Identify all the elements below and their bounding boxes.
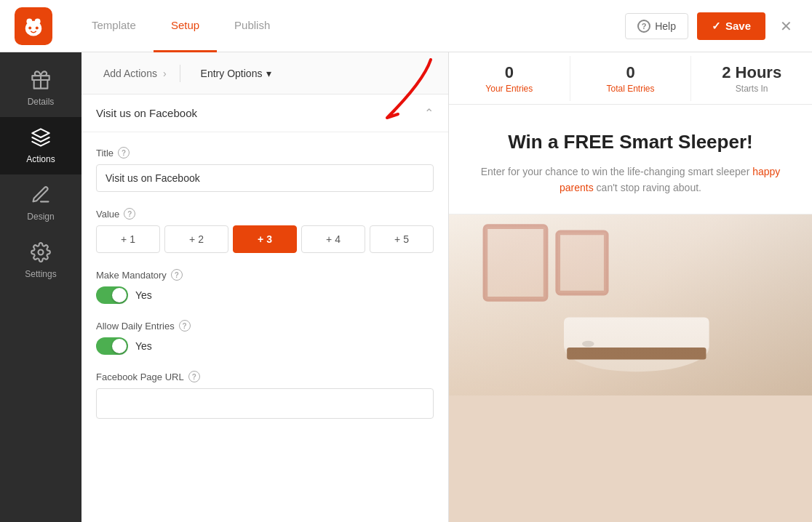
design-icon bbox=[31, 185, 51, 207]
facebook-action-item[interactable]: Visit us on Facebook ⌃ bbox=[81, 95, 448, 132]
sidebar-item-actions[interactable]: Actions bbox=[0, 117, 81, 174]
value-group: Value ? + 1 + 2 + 3 + 4 + 5 bbox=[96, 208, 434, 253]
sidebar-label-details: Details bbox=[28, 97, 55, 107]
sidebar-item-settings[interactable]: Settings bbox=[0, 232, 81, 289]
promo-subtitle: Enter for your chance to win the life-ch… bbox=[478, 164, 783, 196]
stats-bar: 0 Your Entries 0 Total Entries 2 Hours S… bbox=[449, 52, 812, 105]
action-section: Visit us on Facebook ⌃ Title ? Value ? bbox=[81, 95, 448, 449]
promo-subtitle-start: Enter for your chance to win the life-ch… bbox=[481, 166, 753, 177]
mandatory-help-icon[interactable]: ? bbox=[171, 269, 183, 281]
tab-template[interactable]: Template bbox=[74, 0, 154, 52]
entry-options-label: Entry Options bbox=[201, 68, 263, 79]
hours-count: 2 Hours bbox=[722, 63, 781, 82]
gift-icon bbox=[31, 70, 51, 92]
value-btn-4[interactable]: + 4 bbox=[301, 225, 365, 253]
promo-title: Win a FREE Smart Sleeper! bbox=[478, 131, 783, 153]
chevron-down-icon: ▾ bbox=[266, 68, 271, 79]
nav-tabs: Template Setup Publish bbox=[74, 0, 625, 52]
svg-point-1 bbox=[26, 18, 32, 24]
daily-toggle-label: Yes bbox=[135, 340, 152, 352]
content-panel: Add Actions › Entry Options ▾ Visit us o… bbox=[81, 52, 449, 522]
total-entries-count: 0 bbox=[626, 63, 634, 82]
daily-entries-label: Allow Daily Entries ? bbox=[96, 320, 434, 332]
mandatory-toggle-row: Yes bbox=[96, 286, 434, 304]
entry-options-button[interactable]: Entry Options ▾ bbox=[192, 63, 281, 84]
svg-point-4 bbox=[36, 26, 39, 29]
promo-subtitle-end: can't stop raving about. bbox=[594, 182, 701, 193]
value-btn-3[interactable]: + 3 bbox=[233, 225, 297, 253]
content-toolbar: Add Actions › Entry Options ▾ bbox=[81, 52, 448, 95]
header-actions: ? Help ✓ Save ✕ bbox=[625, 12, 797, 40]
help-button[interactable]: ? Help bbox=[625, 13, 688, 39]
daily-toggle-row: Yes bbox=[96, 337, 434, 355]
action-chevron-icon: ⌃ bbox=[424, 106, 434, 120]
header: Template Setup Publish ? Help ✓ Save ✕ bbox=[0, 0, 812, 52]
close-button[interactable]: ✕ bbox=[774, 15, 797, 38]
bedroom-preview bbox=[449, 214, 812, 396]
sidebar-item-details[interactable]: Details bbox=[0, 60, 81, 117]
mandatory-toggle[interactable] bbox=[96, 286, 128, 304]
promo-box: Win a FREE Smart Sleeper! Enter for your… bbox=[449, 105, 812, 214]
your-entries-count: 0 bbox=[505, 63, 514, 82]
facebook-url-help-icon[interactable]: ? bbox=[188, 371, 200, 382]
checkmark-icon: ✓ bbox=[712, 20, 721, 33]
daily-entries-group: Allow Daily Entries ? Yes bbox=[96, 320, 434, 355]
svg-point-2 bbox=[35, 18, 41, 24]
facebook-url-label: Facebook Page URL ? bbox=[96, 371, 434, 382]
value-buttons: + 1 + 2 + 3 + 4 + 5 bbox=[96, 225, 434, 253]
total-entries-label: Total Entries bbox=[606, 84, 654, 94]
your-entries-stat: 0 Your Entries bbox=[449, 56, 570, 101]
help-circle-icon: ? bbox=[637, 20, 650, 33]
hours-label: Starts In bbox=[736, 84, 768, 94]
facebook-url-group: Facebook Page URL ? bbox=[96, 371, 434, 419]
form-section: Title ? Value ? + 1 + 2 + 3 + 4 bbox=[81, 132, 448, 449]
sidebar: Details Actions Design Settings bbox=[0, 52, 81, 522]
preview-content: Win a FREE Smart Sleeper! Enter for your… bbox=[449, 105, 812, 522]
sidebar-item-design[interactable]: Design bbox=[0, 174, 81, 232]
svg-point-5 bbox=[39, 250, 44, 255]
mandatory-toggle-label: Yes bbox=[135, 289, 152, 301]
mandatory-label: Make Mandatory ? bbox=[96, 269, 434, 281]
settings-icon bbox=[31, 242, 51, 265]
hours-stat: 2 Hours Starts In bbox=[691, 56, 812, 101]
title-label: Title ? bbox=[96, 147, 434, 158]
tab-publish[interactable]: Publish bbox=[217, 0, 287, 52]
svg-point-3 bbox=[28, 26, 31, 29]
title-input[interactable] bbox=[96, 164, 434, 192]
daily-help-icon[interactable]: ? bbox=[179, 320, 191, 332]
daily-toggle[interactable] bbox=[96, 337, 128, 355]
your-entries-label: Your Entries bbox=[485, 84, 533, 94]
add-actions-button[interactable]: Add Actions › bbox=[96, 63, 174, 84]
sidebar-label-actions: Actions bbox=[26, 154, 55, 164]
add-actions-label: Add Actions bbox=[103, 68, 157, 79]
value-label: Value ? bbox=[96, 208, 434, 220]
chevron-right-icon: › bbox=[163, 68, 167, 79]
title-group: Title ? bbox=[96, 147, 434, 192]
title-help-icon[interactable]: ? bbox=[118, 147, 130, 158]
total-entries-stat: 0 Total Entries bbox=[570, 56, 692, 101]
toolbar-divider bbox=[180, 65, 180, 82]
save-button[interactable]: ✓ Save bbox=[697, 12, 765, 40]
sidebar-label-design: Design bbox=[27, 212, 54, 222]
bedroom-overlay bbox=[449, 214, 812, 396]
value-btn-5[interactable]: + 5 bbox=[370, 225, 434, 253]
facebook-url-input[interactable] bbox=[96, 388, 434, 419]
tab-setup[interactable]: Setup bbox=[154, 0, 217, 52]
mandatory-group: Make Mandatory ? Yes bbox=[96, 269, 434, 304]
main-layout: Details Actions Design Settings Add Acti… bbox=[0, 52, 812, 522]
logo bbox=[15, 7, 52, 45]
action-item-title: Visit us on Facebook bbox=[96, 107, 197, 119]
actions-icon bbox=[31, 127, 51, 150]
value-help-icon[interactable]: ? bbox=[124, 208, 135, 220]
sidebar-label-settings: Settings bbox=[25, 269, 56, 279]
preview-panel: 0 Your Entries 0 Total Entries 2 Hours S… bbox=[449, 52, 812, 522]
value-btn-1[interactable]: + 1 bbox=[96, 225, 160, 253]
value-btn-2[interactable]: + 2 bbox=[164, 225, 228, 253]
